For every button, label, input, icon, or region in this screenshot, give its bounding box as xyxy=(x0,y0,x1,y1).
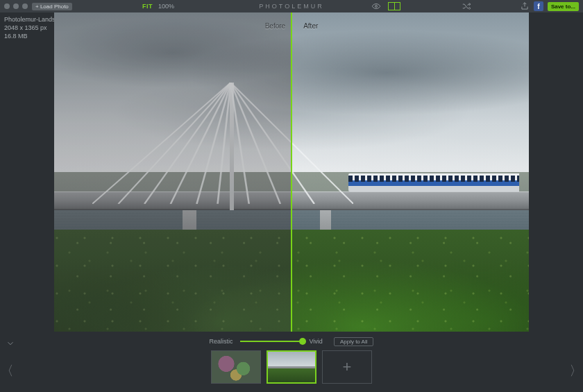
eye-icon[interactable] xyxy=(371,1,381,11)
slider-knob[interactable] xyxy=(299,338,306,345)
after-label: After xyxy=(303,22,318,30)
plus-icon: + xyxy=(343,358,352,376)
photo-viewer[interactable]: Before After xyxy=(54,12,529,332)
compare-split-icon[interactable] xyxy=(388,2,400,10)
facebook-icon[interactable]: f xyxy=(534,1,543,11)
save-button[interactable]: Save to... xyxy=(548,2,579,11)
thumb-next-icon[interactable] xyxy=(568,361,577,380)
svg-point-0 xyxy=(375,6,378,8)
minimize-dot-icon[interactable] xyxy=(13,3,19,9)
thumbnail-item[interactable] xyxy=(211,350,261,384)
before-label: Before xyxy=(265,22,285,30)
thumb-prev-icon[interactable] xyxy=(6,361,15,380)
apply-to-all-button[interactable]: Apply to All xyxy=(334,337,374,346)
intensity-controls: Realistic Vivid Apply to All xyxy=(0,336,583,347)
close-dot-icon[interactable] xyxy=(4,3,10,9)
compare-divider[interactable] xyxy=(291,12,292,332)
slider-right-label: Vivid xyxy=(310,338,323,345)
load-photo-button[interactable]: + Load Photo xyxy=(32,3,72,10)
slider-left-label: Realistic xyxy=(210,338,233,345)
share-icon[interactable] xyxy=(520,1,530,11)
app-brand: PHOTOLEMUR xyxy=(259,3,323,10)
zoom-level[interactable]: 100% xyxy=(158,3,174,10)
zoom-dot-icon[interactable] xyxy=(22,3,28,9)
window-controls[interactable] xyxy=(4,3,28,9)
fit-button[interactable]: FIT xyxy=(142,3,153,10)
zoom-controls: FIT 100% xyxy=(142,3,174,10)
add-photo-button[interactable]: + xyxy=(322,350,372,384)
thumbnail-item-selected[interactable] xyxy=(267,350,316,384)
thumbnail-strip: + xyxy=(211,350,372,384)
shuffle-icon[interactable] xyxy=(462,1,471,11)
title-bar: + Load Photo FIT 100% PHOTOLEMUR f Save … xyxy=(0,0,583,12)
intensity-slider[interactable] xyxy=(240,341,303,342)
before-half-overlay xyxy=(54,12,292,332)
